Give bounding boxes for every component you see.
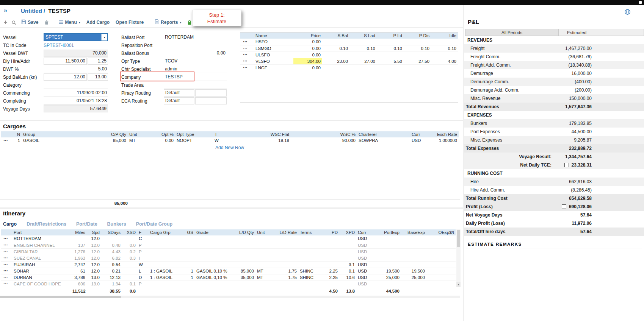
opr-type-input[interactable]: TCOV [164, 58, 227, 65]
horizontal-scrollbar[interactable] [0, 296, 460, 298]
column-header-exch-rate[interactable]: Exch Rate [427, 131, 459, 137]
tab-port-date[interactable]: Port/Date [76, 221, 97, 227]
delete-icon[interactable] [44, 20, 49, 25]
table-row[interactable]: ⋯CAPE OF GOOD HOPE60613.01.940.1PUSD [1, 280, 456, 287]
column-header-cargo-grp[interactable]: Cargo Grp [149, 229, 185, 235]
column-header-s-bal[interactable]: S Bal [322, 33, 349, 39]
tab-draft-restrictions[interactable]: Draft/Restrictions [27, 221, 66, 227]
column-header-grade[interactable]: Grade [195, 229, 236, 235]
table-row[interactable]: ⋯1GASOIL85,000MT0.00NOOPTW19.1890.000SOW… [1, 137, 459, 144]
vessel-dwt-input[interactable]: 70,000 [44, 50, 108, 57]
table-row[interactable]: ⋯HSFO0.00 [240, 39, 458, 45]
dwf-input[interactable]: 5.00 [44, 65, 108, 73]
row-menu-icon[interactable]: ⋯ [1, 255, 12, 261]
commencing-input[interactable]: 11/09/20 02:00 [44, 89, 108, 97]
eca-routing-select[interactable]: Default [164, 97, 194, 104]
vessel-dropdown[interactable]: SPTEST▾ [44, 33, 108, 41]
table-row[interactable]: ⋯ULSFO0.00 [240, 51, 458, 58]
table-row[interactable]: ⋯ROTTERDAM12.0CUSD [1, 235, 456, 242]
column-header-pd[interactable]: PD [323, 229, 339, 235]
row-menu-icon[interactable]: ⋯ [1, 137, 12, 144]
row-menu-icon[interactable]: ⋯ [240, 51, 254, 58]
column-header-curr[interactable]: Curr [410, 131, 427, 137]
table-row[interactable]: ⋯ENGLISH CHANNEL13712.00.480.0PUSD [1, 242, 456, 248]
column-header-t[interactable]: T [213, 131, 230, 137]
ballast-port-input[interactable]: ROTTERDAM [164, 34, 227, 41]
spd-ballast-input[interactable]: 12.00 [44, 73, 87, 81]
column-header-xsd[interactable]: XSD [122, 229, 137, 235]
pnl-checkbox[interactable] [564, 163, 569, 167]
piracy-routing-select[interactable]: Default [164, 89, 194, 97]
pnl-col-all-periods[interactable]: All Periods [465, 29, 559, 36]
add-new-row-link[interactable]: Add New Row [1, 145, 459, 150]
row-menu-icon[interactable]: ⋯ [1, 274, 12, 280]
column-header-name[interactable]: Name [254, 33, 293, 39]
column-header-cp-qty[interactable]: C/P Qty [97, 131, 128, 137]
reposition-port-input[interactable] [164, 42, 227, 49]
column-header-oexp[interactable]: OExp$/t [426, 229, 456, 235]
menu-button[interactable]: Menu ▾ [59, 20, 80, 25]
tab-bunkers[interactable]: Bunkers [107, 221, 126, 227]
column-header-s-lad[interactable]: S Lad [349, 33, 377, 39]
spd-laden-input[interactable]: 13.00 [88, 73, 108, 81]
row-menu-icon[interactable]: ⋯ [240, 39, 254, 45]
row-menu-icon[interactable]: ⋯ [1, 242, 12, 248]
table-row[interactable]: ⋯DURBAN3,78613.012.13D1 : GASOIL1GASOIL … [1, 274, 456, 280]
pnl-checkbox[interactable] [562, 204, 566, 209]
company-input[interactable]: TESTSP [164, 73, 227, 81]
column-header-ld-qty[interactable]: L/D Qty [236, 229, 255, 235]
column-header-curr[interactable]: Curr [356, 229, 377, 235]
column-header-charterer[interactable]: Charterer [357, 131, 410, 137]
column-header-baseexp[interactable]: BaseExp [401, 229, 426, 235]
row-menu-icon[interactable]: ⋯ [1, 248, 12, 255]
column-header-portexp[interactable]: PortExp [377, 229, 401, 235]
table-row[interactable]: ⋯SUEZ CANAL1,96312.06.820.3IUSD [1, 255, 456, 261]
reports-button[interactable]: Reports ▾ [155, 19, 181, 25]
column-header-port[interactable]: Port [12, 229, 71, 235]
row-menu-icon[interactable]: ⋯ [1, 268, 12, 274]
column-header-price[interactable]: Price [293, 33, 322, 39]
column-header-gs[interactable]: GS [185, 229, 195, 235]
row-menu-icon[interactable]: ⋯ [1, 261, 12, 268]
table-row[interactable]: ⋯VLSFO304.0023.0027.005.5027.504.00 [240, 58, 458, 64]
column-header-spd[interactable]: Spd [87, 229, 101, 235]
window-menu-icon[interactable] [639, 1, 642, 4]
column-header-wsc-flat[interactable]: WSC Flat [230, 131, 291, 137]
scrollbar-thumb[interactable] [457, 230, 460, 247]
table-row[interactable]: 11,51238.550.84.5013.844,500 [1, 288, 456, 295]
ballast-bonus-input[interactable]: 0.00 [164, 50, 227, 57]
column-header-p-dis[interactable]: P Dis [404, 33, 431, 39]
table-row[interactable]: ⋯FUJAIRAH2,74712.09.54W3.1USD [1, 261, 456, 268]
completing-input[interactable]: 01/05/21 18:28 [44, 97, 108, 105]
table-row[interactable]: ⋯LNGF0.00 [240, 64, 458, 71]
column-header-terms[interactable]: Terms [298, 229, 323, 235]
table-row[interactable]: ⋯GIBRALTAR1,27612.04.430.2PUSD [1, 248, 456, 255]
eca-routing-extra-input[interactable] [195, 97, 227, 104]
add-cargo-button[interactable]: Add Cargo [86, 20, 110, 25]
column-header-wsc-pct[interactable]: WSC % [291, 131, 357, 137]
column-header-f[interactable]: F [137, 229, 149, 235]
tab-cargo[interactable]: Cargo [3, 221, 17, 227]
category-input[interactable] [44, 81, 108, 89]
itinerary-scrollbar[interactable]: ▾ [456, 229, 461, 287]
collapse-icon[interactable]: » [4, 7, 7, 14]
piracy-routing-extra-input[interactable] [195, 89, 227, 97]
chevron-down-icon[interactable]: ▾ [101, 34, 107, 41]
dly-hire-input[interactable]: 11,500.00 [44, 58, 87, 65]
pnl-col-estimated[interactable]: Estimated [559, 29, 595, 36]
column-header-idle[interactable]: Idle [431, 33, 458, 39]
tc-in-code-link[interactable]: SPTEST-I0001 [44, 43, 74, 48]
voyage-days-input[interactable]: 57.6449 [44, 105, 108, 112]
column-header-n[interactable]: N [12, 131, 22, 137]
column-header-group[interactable]: Group [22, 131, 97, 137]
column-header-ld-rate[interactable]: L/D Rate [273, 229, 298, 235]
column-header-miles[interactable]: Miles [71, 229, 87, 235]
row-menu-icon[interactable]: ⋯ [1, 235, 12, 242]
scrollbar-thumb[interactable] [0, 296, 121, 298]
row-menu-icon[interactable]: ⋯ [1, 280, 12, 287]
chtr-specialist-input[interactable]: admin [164, 65, 227, 73]
column-header-unit[interactable]: Unit [128, 131, 147, 137]
column-header-xpd[interactable]: XPD [339, 229, 356, 235]
trade-area-input[interactable] [164, 81, 227, 89]
column-header-unit[interactable]: Unit [255, 229, 273, 235]
